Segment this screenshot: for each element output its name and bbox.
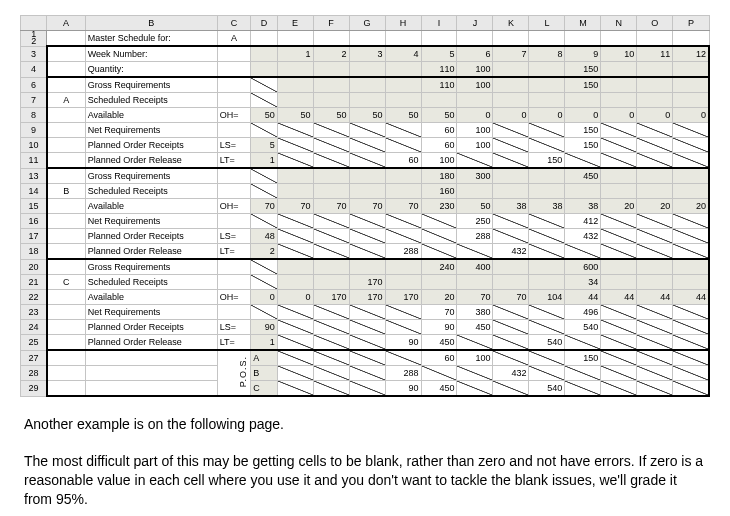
pos-cell[interactable] [277, 350, 313, 366]
row-header[interactable]: 29 [21, 381, 47, 397]
data-cell[interactable] [565, 184, 601, 199]
qty-cell[interactable] [493, 62, 529, 78]
data-cell[interactable] [637, 184, 673, 199]
pos-cell[interactable]: 450 [421, 381, 457, 397]
row-header[interactable]: 8 [21, 108, 47, 123]
pos-cell[interactable] [637, 366, 673, 381]
data-cell[interactable] [277, 244, 313, 260]
data-cell[interactable] [349, 77, 385, 93]
data-cell[interactable]: 300 [457, 168, 493, 184]
data-cell[interactable]: 0 [277, 290, 313, 305]
row-header[interactable]: 3 [21, 46, 47, 62]
data-cell[interactable] [277, 320, 313, 335]
week-number[interactable]: 6 [457, 46, 493, 62]
pos-cell[interactable] [385, 350, 421, 366]
data-cell[interactable]: 44 [601, 290, 637, 305]
data-cell[interactable]: 288 [457, 229, 493, 244]
data-cell[interactable]: 38 [565, 199, 601, 214]
qty-cell[interactable]: 150 [565, 62, 601, 78]
week-number[interactable]: 11 [637, 46, 673, 62]
pos-cell[interactable]: 60 [421, 350, 457, 366]
data-cell[interactable]: 50 [421, 108, 457, 123]
data-cell[interactable] [673, 259, 709, 275]
pos-cell[interactable]: 100 [457, 350, 493, 366]
param-cell[interactable]: 0 [251, 290, 277, 305]
data-cell[interactable]: 50 [277, 108, 313, 123]
data-cell[interactable] [673, 123, 709, 138]
data-cell[interactable] [277, 184, 313, 199]
data-cell[interactable]: 170 [349, 290, 385, 305]
data-cell[interactable]: 44 [673, 290, 709, 305]
data-cell[interactable] [385, 305, 421, 320]
data-cell[interactable] [601, 168, 637, 184]
pos-cell[interactable] [457, 381, 493, 397]
data-cell[interactable] [493, 138, 529, 153]
data-cell[interactable] [493, 214, 529, 229]
data-cell[interactable] [493, 153, 529, 169]
row-header[interactable]: 9 [21, 123, 47, 138]
data-cell[interactable]: 60 [421, 138, 457, 153]
data-cell[interactable]: 0 [457, 108, 493, 123]
week-number[interactable]: 12 [673, 46, 709, 62]
data-cell[interactable] [313, 335, 349, 351]
row-header[interactable]: 13 [21, 168, 47, 184]
week-number[interactable]: 9 [565, 46, 601, 62]
data-cell[interactable] [349, 335, 385, 351]
param-cell[interactable]: 90 [251, 320, 277, 335]
row-header[interactable]: 18 [21, 244, 47, 260]
data-cell[interactable] [601, 77, 637, 93]
data-cell[interactable] [385, 168, 421, 184]
data-cell[interactable] [349, 153, 385, 169]
data-cell[interactable]: 150 [565, 138, 601, 153]
data-cell[interactable]: 230 [421, 199, 457, 214]
data-cell[interactable]: 540 [529, 335, 565, 351]
data-cell[interactable]: 50 [457, 199, 493, 214]
data-cell[interactable]: 20 [601, 199, 637, 214]
data-cell[interactable] [673, 93, 709, 108]
row-header[interactable]: 14 [21, 184, 47, 199]
data-cell[interactable] [457, 93, 493, 108]
data-cell[interactable] [457, 275, 493, 290]
data-cell[interactable] [385, 229, 421, 244]
data-cell[interactable] [673, 275, 709, 290]
data-cell[interactable]: 104 [529, 290, 565, 305]
data-cell[interactable]: 250 [457, 214, 493, 229]
row-header[interactable]: 15 [21, 199, 47, 214]
param-cell[interactable] [251, 77, 277, 93]
row-header[interactable]: 25 [21, 335, 47, 351]
data-cell[interactable]: 44 [565, 290, 601, 305]
data-cell[interactable] [313, 153, 349, 169]
qty-cell[interactable]: 100 [457, 62, 493, 78]
data-cell[interactable] [601, 305, 637, 320]
pos-cell[interactable] [673, 381, 709, 397]
data-cell[interactable] [493, 305, 529, 320]
data-cell[interactable]: 70 [313, 199, 349, 214]
data-cell[interactable] [349, 229, 385, 244]
col-header[interactable]: L [529, 16, 565, 31]
data-cell[interactable] [673, 229, 709, 244]
pos-cell[interactable] [493, 350, 529, 366]
col-header[interactable]: C [217, 16, 251, 31]
data-cell[interactable]: 150 [565, 123, 601, 138]
pos-cell[interactable] [601, 366, 637, 381]
data-cell[interactable] [529, 77, 565, 93]
data-cell[interactable]: 240 [421, 259, 457, 275]
data-cell[interactable] [313, 259, 349, 275]
pos-cell[interactable] [313, 350, 349, 366]
data-cell[interactable]: 70 [421, 305, 457, 320]
data-cell[interactable] [673, 77, 709, 93]
pos-cell[interactable] [313, 381, 349, 397]
col-header[interactable]: F [313, 16, 349, 31]
qty-cell[interactable] [673, 62, 709, 78]
pos-cell[interactable] [349, 381, 385, 397]
data-cell[interactable] [637, 305, 673, 320]
data-cell[interactable] [349, 184, 385, 199]
col-header[interactable]: O [637, 16, 673, 31]
param-cell[interactable]: 5 [251, 138, 277, 153]
data-cell[interactable] [313, 184, 349, 199]
pos-cell[interactable] [637, 350, 673, 366]
data-cell[interactable] [493, 229, 529, 244]
data-cell[interactable]: 150 [565, 77, 601, 93]
data-cell[interactable]: 150 [529, 153, 565, 169]
data-cell[interactable] [601, 123, 637, 138]
